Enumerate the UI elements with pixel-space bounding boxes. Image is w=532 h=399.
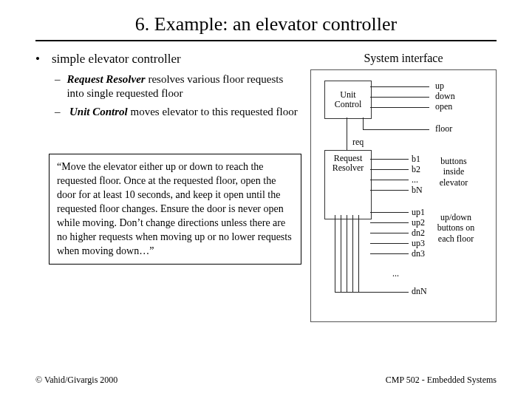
signal-down: down <box>435 91 455 101</box>
title-rule <box>35 40 497 41</box>
footer-right: CMP 502 - Embedded Systems <box>386 375 497 386</box>
note-floor-btn: up/down buttons on each floor <box>435 212 477 244</box>
btn-dnn: dnN <box>412 286 427 296</box>
signal-req: req <box>352 137 364 147</box>
footer-left: © Vahid/Givargis 2000 <box>35 375 117 386</box>
btn-bn: bN <box>412 185 423 195</box>
box-request-resolver: Request Resolver <box>324 150 372 219</box>
bullet-sub-1: – Request Resolver resolves various floo… <box>55 72 301 100</box>
bullet-dot: • <box>35 52 46 66</box>
btn-b2: b2 <box>412 164 420 174</box>
btn-ell2: ... <box>392 268 399 279</box>
bullet-sub-2: – Unit Control moves elevator to this re… <box>55 105 301 119</box>
signal-open: open <box>435 101 452 112</box>
btn-up2: up2 <box>412 217 425 228</box>
bullet-main: • simple elevator controller <box>35 52 301 66</box>
slide-title: 6. Example: an elevator controller <box>35 13 497 35</box>
signal-up: up <box>435 81 444 91</box>
system-diagram: Unit Control up down open floor req <box>310 69 497 322</box>
note-inside-btn: buttons inside elevator <box>435 156 472 188</box>
dash-icon: – <box>55 72 61 100</box>
system-interface-title: System interface <box>310 52 497 65</box>
signal-floor: floor <box>435 123 452 134</box>
quote-box: “Move the elevator either up or down to … <box>49 154 301 265</box>
box-unit-control: Unit Control <box>324 81 372 119</box>
btn-dn3: dn3 <box>412 248 425 259</box>
btn-dn2: dn2 <box>412 228 425 238</box>
req-resolver-l2: Resolver <box>332 163 364 173</box>
unit-control-l2: Control <box>335 100 362 109</box>
sub2-bold: Unit Control <box>69 106 128 117</box>
dash-icon: – <box>55 105 64 119</box>
bullet-main-text: simple elevator controller <box>52 52 181 66</box>
sub2-rest: moves elevator to this requested floor <box>128 106 298 117</box>
btn-b1: b1 <box>412 154 420 164</box>
sub1-bold: Request Resolver <box>66 73 145 85</box>
btn-up1: up1 <box>412 207 425 217</box>
btn-ell: ... <box>412 174 418 185</box>
btn-up3: up3 <box>412 238 425 248</box>
